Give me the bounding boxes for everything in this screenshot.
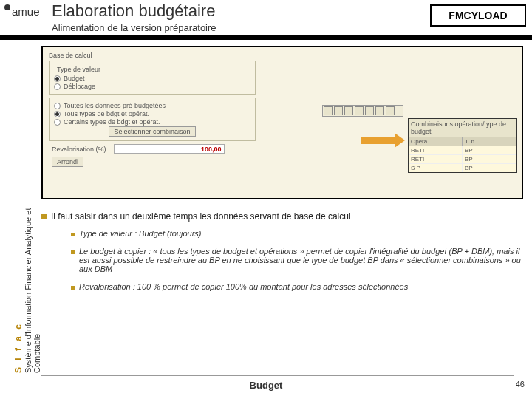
toolbar-icon-3[interactable] [344,106,353,115]
select-combination-button[interactable]: Sélectionner combinaison [109,126,195,137]
bullet-sub-3: Revalorisation : 100 % permet de copier … [71,282,523,291]
page-number: 46 [516,380,525,389]
bullet-sub-text: Revalorisation : 100 % permet de copier … [79,282,408,291]
toolbar-icon-4[interactable] [355,106,364,115]
logo-text: amue [12,5,40,18]
table-row[interactable]: RETIBP [409,146,516,154]
footer-rule [41,375,514,376]
radio-certains-label: Certains types de bdgt et opérat. [64,118,160,126]
footer: Budget 46 [0,380,532,396]
bullet-icon [41,214,47,219]
sidebar-fullname1: Système d'Information Financier Analytiq… [24,208,33,373]
tcode-label: FMCYLOAD [449,10,507,21]
table-row[interactable]: S PBP [409,163,516,172]
table-row[interactable]: RETIBP [409,154,516,163]
bullet-icon [71,250,75,254]
combination-popup: Combinaisons opération/type de budget Op… [408,118,517,173]
arrondi-button[interactable]: Arrondi [52,157,83,167]
radio-tous-types[interactable] [54,111,61,117]
toolbar-icon-1[interactable] [324,106,332,115]
combination-popup-title: Combinaisons opération/type de budget [409,119,516,137]
bullet-main-text: Il faut saisir dans un deuxième temps le… [51,211,351,222]
radio-budget-label: Budget [64,75,85,82]
radio-deblocage-label: Déblocage [64,83,95,90]
combo-col1: Opéra. [409,137,463,146]
bullet-sub-text: Le budget à copier : « tous les types de… [79,247,523,273]
toolbar-icon-6[interactable] [375,106,384,115]
bullet-icon [71,286,75,290]
bullet-sub-2: Le budget à copier : « tous les types de… [71,247,523,273]
radio-tous-prebudg[interactable] [54,103,61,109]
logo-bullet-icon [4,4,10,10]
radio-budget[interactable] [54,75,61,82]
logo: amue [4,4,40,18]
bullet-sub-1: Type de valeur : Budget (toujours) [71,229,523,238]
sap-base-label: Base de calcul [49,52,519,59]
sap-toolbar [322,105,403,117]
radio-tous-prebudg-label: Toutes les données pré-budgétées [64,102,166,109]
reval-label: Revalorisation (%) [52,146,106,153]
sap-type-label: Type de valeur [57,66,250,73]
toolbar-icon-2[interactable] [334,106,343,115]
toolbar-icon-7[interactable] [386,106,395,115]
arrow-icon [361,134,405,146]
bullet-icon [71,233,75,236]
toolbar-icon-5[interactable] [365,106,374,115]
sidebar-fullname2: Comptable [33,334,41,373]
tcode-box: FMCYLOAD [430,4,526,27]
sidebar: S i f a c Système d'Information Financie… [0,48,38,381]
bullet-sub-text: Type de valeur : Budget (toujours) [79,229,202,238]
header-rule [0,35,532,40]
sap-screenshot: Base de calcul Type de valeur Budget Déb… [41,46,523,200]
radio-certains[interactable] [54,119,61,126]
footer-title: Budget [250,380,283,391]
radio-tous-types-label: Tous types de bdgt et opérat. [64,110,149,117]
combo-col2: T. b. [463,137,516,146]
bullet-main: Il faut saisir dans un deuxième temps le… [41,211,523,222]
sidebar-brand: S i f a c [13,322,24,373]
reval-input[interactable]: 100,00 [114,144,225,154]
radio-deblocage[interactable] [54,83,61,90]
